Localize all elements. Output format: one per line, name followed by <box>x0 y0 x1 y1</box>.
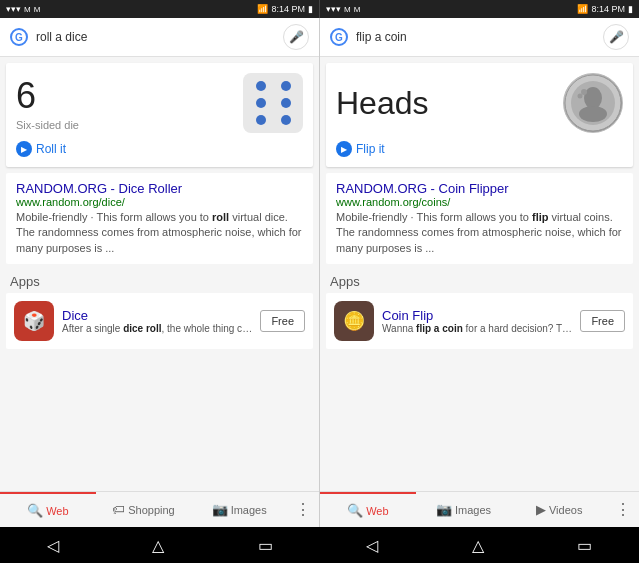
right-more-button[interactable]: ⋮ <box>607 492 639 527</box>
left-search-query[interactable]: roll a dice <box>36 30 275 44</box>
left-bottom-nav: 🔍 Web 🏷 Shopping 📷 Images ⋮ <box>0 491 319 527</box>
right-web-result[interactable]: RANDOM.ORG - Coin Flipper www.random.org… <box>326 173 633 264</box>
left-app-name[interactable]: Dice <box>62 308 252 323</box>
status-left-right: ▾▾▾ M M <box>326 4 360 14</box>
left-url-path: dice/ <box>102 196 125 208</box>
time-right: 8:14 PM <box>591 4 625 14</box>
left-nav-images-label: Images <box>231 504 267 516</box>
right-result-title[interactable]: RANDOM.ORG - Coin Flipper <box>336 181 623 196</box>
left-result-url: www.random.org/dice/ <box>16 196 303 208</box>
web-icon: 🔍 <box>27 503 43 518</box>
dot4 <box>281 98 291 108</box>
roll-button[interactable]: ▶ Roll it <box>16 141 303 157</box>
right-nav-web[interactable]: 🔍 Web <box>320 492 416 527</box>
battery2-icon: ▮ <box>628 4 633 14</box>
right-app-desc: Wanna flip a coin for a hard decision? T… <box>382 323 572 334</box>
left-app-info: Dice After a single dice roll, the whole… <box>62 308 252 334</box>
right-search-query[interactable]: flip a coin <box>356 30 595 44</box>
signal-icon: ▾▾▾ <box>6 4 21 14</box>
left-app-desc: After a single dice roll, the whole thin… <box>62 323 252 334</box>
right-nav-web-label: Web <box>366 505 388 517</box>
left-more-button[interactable]: ⋮ <box>287 492 319 527</box>
left-nav-web-label: Web <box>46 505 68 517</box>
svg-point-5 <box>578 94 583 99</box>
svg-point-3 <box>579 106 607 122</box>
coin-image <box>563 73 623 133</box>
left-free-button[interactable]: Free <box>260 310 305 332</box>
back-button[interactable]: ◁ <box>27 532 79 559</box>
svg-point-4 <box>581 89 587 95</box>
right-nav-images-label: Images <box>455 504 491 516</box>
wifi2-icon: 📶 <box>577 4 588 14</box>
left-search-bar[interactable]: G roll a dice 🎤 <box>0 18 319 57</box>
right-mic-button[interactable]: 🎤 <box>603 24 629 50</box>
back-button2[interactable]: ◁ <box>346 532 398 559</box>
status-right-left: 📶 8:14 PM ▮ <box>257 4 313 14</box>
status-right-right: 📶 8:14 PM ▮ <box>577 4 633 14</box>
right-web-icon: 🔍 <box>347 503 363 518</box>
right-videos-icon: ▶ <box>536 502 546 517</box>
status-left-left: ▾▾▾ M M <box>6 4 40 14</box>
right-bottom-nav: 🔍 Web 📷 Images ▶ Videos ⋮ <box>320 491 639 527</box>
dice-image <box>243 73 303 133</box>
svg-point-2 <box>584 87 602 109</box>
left-nav-shopping-label: Shopping <box>128 504 175 516</box>
left-result-card: 6 Six-sided die ▶ Roll it <box>6 63 313 167</box>
gmail2-icon: M <box>34 5 41 14</box>
gmail4-icon: M <box>354 5 361 14</box>
right-nav-videos[interactable]: ▶ Videos <box>511 492 607 527</box>
left-nav-shopping[interactable]: 🏷 Shopping <box>96 492 192 527</box>
right-content: Heads <box>320 57 639 491</box>
right-app-card[interactable]: 🪙 Coin Flip Wanna flip a coin for a hard… <box>326 293 633 349</box>
right-google-logo: G <box>330 28 348 46</box>
wifi-icon: 📶 <box>257 4 268 14</box>
battery-icon: ▮ <box>308 4 313 14</box>
dot2 <box>281 81 291 91</box>
right-app-icon: 🪙 <box>334 301 374 341</box>
right-free-button[interactable]: Free <box>580 310 625 332</box>
right-app-name[interactable]: Coin Flip <box>382 308 572 323</box>
signal2-icon: ▾▾▾ <box>326 4 341 14</box>
gmail3-icon: M <box>344 5 351 14</box>
flip-play-icon: ▶ <box>336 141 352 157</box>
left-app-card[interactable]: 🎲 Dice After a single dice roll, the who… <box>6 293 313 349</box>
left-content: 6 Six-sided die ▶ Roll it <box>0 57 319 491</box>
dot5 <box>256 115 266 125</box>
left-mic-button[interactable]: 🎤 <box>283 24 309 50</box>
dot3 <box>256 98 266 108</box>
recents-button2[interactable]: ▭ <box>557 532 612 559</box>
time-left: 8:14 PM <box>271 4 305 14</box>
right-result-desc: Mobile-friendly · This form allows you t… <box>336 210 623 256</box>
left-result-desc: Mobile-friendly · This form allows you t… <box>16 210 303 256</box>
heads-text: Heads <box>336 85 429 122</box>
dot1 <box>256 81 266 91</box>
right-result-url: www.random.org/coins/ <box>336 196 623 208</box>
left-google-logo: G <box>10 28 28 46</box>
left-nav-images[interactable]: 📷 Images <box>191 492 287 527</box>
recents-button[interactable]: ▭ <box>238 532 293 559</box>
right-search-bar[interactable]: G flip a coin 🎤 <box>320 18 639 57</box>
home-button[interactable]: △ <box>132 532 184 559</box>
flip-button[interactable]: ▶ Flip it <box>336 141 623 157</box>
dice-number: 6 <box>16 75 79 117</box>
right-images-icon: 📷 <box>436 502 452 517</box>
roll-label: Roll it <box>36 142 66 156</box>
right-url-path: coins/ <box>422 196 451 208</box>
left-web-result[interactable]: RANDOM.ORG - Dice Roller www.random.org/… <box>6 173 313 264</box>
roll-play-icon: ▶ <box>16 141 32 157</box>
gmail-icon: M <box>24 5 31 14</box>
images-icon: 📷 <box>212 502 228 517</box>
left-nav-web[interactable]: 🔍 Web <box>0 492 96 527</box>
left-result-title[interactable]: RANDOM.ORG - Dice Roller <box>16 181 303 196</box>
shopping-icon: 🏷 <box>112 502 125 517</box>
left-url-text: www.random.org/ <box>16 196 102 208</box>
flip-label: Flip it <box>356 142 385 156</box>
left-apps-label: Apps <box>0 268 319 291</box>
dot6 <box>281 115 291 125</box>
right-nav-images[interactable]: 📷 Images <box>416 492 512 527</box>
dice-label: Six-sided die <box>16 119 79 131</box>
home-bar: ◁ △ ▭ ◁ △ ▭ <box>0 527 639 563</box>
right-apps-label: Apps <box>320 268 639 291</box>
home-button2[interactable]: △ <box>452 532 504 559</box>
left-app-icon: 🎲 <box>14 301 54 341</box>
